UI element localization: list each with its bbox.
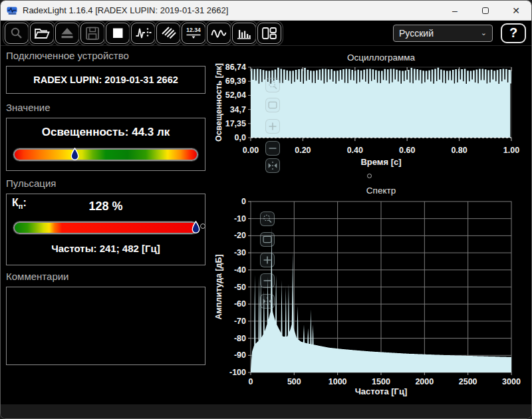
bars-icon [235,25,253,41]
svg-text:17,35: 17,35 [225,119,246,128]
toolbar-numeric-display-button[interactable]: 12.34 [182,23,205,44]
svg-text:0: 0 [249,377,253,386]
toolbar-measurement-button[interactable] [131,23,155,44]
chart-zoom-in-button[interactable] [265,119,280,134]
chevron-down-icon: ⌄ [481,29,487,37]
close-icon: ✕ [512,5,520,16]
spectrum-chart[interactable]: Спектр0500100015002000250030000-10-20-30… [212,182,530,401]
illuminance-marker [70,148,79,162]
language-select[interactable]: Русский ⌄ [393,25,493,42]
device-section-label: Подключенное устройство [6,50,205,63]
svg-text:Частота [Гц]: Частота [Гц] [355,386,408,396]
chart-splitter-handle[interactable] [367,174,372,178]
toolbar: 12.34 Русский ⌄ ? [1,21,531,46]
comments-box [6,287,205,365]
chart-zoom-select-button[interactable] [265,78,280,92]
value-section-label: Значение [6,102,205,115]
panel-splitter-handle[interactable] [200,223,205,229]
layout-icon [261,25,278,41]
toolbar-eject-button[interactable] [55,23,79,44]
svg-text:86,74: 86,74 [225,63,246,72]
device-box: RADEX LUPIN: 2019-01-31 2662 [6,66,205,94]
titlebar[interactable]: RadexLight 1.16.4 [RADEX LUPIN: 2019-01-… [1,1,531,21]
svg-text:69,39: 69,39 [225,76,246,86]
device-value: RADEX LUPIN: 2019-01-31 2662 [33,74,178,85]
svg-text:0,0: 0,0 [235,133,246,142]
chart-box-zoom-button[interactable] [260,232,275,247]
numeric-display-icon: 12.34 [185,25,202,41]
eject-icon [59,25,76,41]
numeric-icon-text: 12.34 [186,27,201,33]
pulsation-section-label: Пульсация [6,178,205,191]
svg-text:Осциллограмма: Осциллограмма [347,53,415,63]
svg-text:0.40: 0.40 [347,146,363,155]
illuminance-scale-bar [13,148,198,161]
window-title: RadexLight 1.16.4 [RADEX LUPIN: 2019-01-… [23,5,440,15]
sweep-rays-icon [160,25,177,41]
chart-zoom-out-button[interactable] [260,273,275,288]
svg-text:-20: -20 [234,231,246,240]
kp-label: Кп: [12,197,27,210]
svg-text:2000: 2000 [415,377,434,386]
svg-text:2500: 2500 [459,377,477,386]
save-icon [84,25,101,41]
svg-text:Время [с]: Время [с] [360,157,401,167]
toolbar-search-device-button[interactable] [5,23,29,44]
minimize-icon: – [452,5,458,16]
comments-input[interactable] [7,287,205,364]
maximize-button[interactable] [470,1,501,20]
maximize-icon [482,7,489,14]
chart-fit-button[interactable] [260,294,275,309]
close-button[interactable]: ✕ [501,1,531,20]
svg-text:0.80: 0.80 [451,146,467,155]
svg-text:-80: -80 [234,334,246,343]
help-icon: ? [509,25,517,41]
svg-text:-10: -10 [234,214,246,223]
svg-text:0.20: 0.20 [295,146,311,155]
app-window: RadexLight 1.16.4 [RADEX LUPIN: 2019-01-… [0,0,532,419]
svg-text:52,04: 52,04 [225,90,246,100]
search-icon [8,25,25,41]
svg-text:34,7: 34,7 [230,105,246,114]
chart-fit-button[interactable] [265,158,280,173]
app-icon [7,5,18,15]
toolbar-sweep-button[interactable] [156,23,180,44]
svg-text:0: 0 [241,197,246,206]
minimize-button[interactable]: – [440,1,470,20]
chart-box-zoom-button[interactable] [265,98,280,112]
chart-zoom-out-button[interactable] [265,141,280,156]
chart-zoom-in-button[interactable] [260,253,275,267]
toolbar-spectrum-view-button[interactable] [232,23,256,44]
frequencies-value: Частоты: 241; 482 [Гц] [7,243,205,254]
svg-text:Амплитуда [дБ]: Амплитуда [дБ] [214,254,223,319]
stop-icon [109,25,126,41]
svg-text:-90: -90 [234,350,246,360]
toolbar-save-button[interactable] [80,23,104,44]
toolbar-stop-record-button[interactable] [106,23,130,44]
pulsation-marker [192,221,200,235]
toolbar-layout-button[interactable] [257,23,281,44]
svg-text:-40: -40 [234,265,246,275]
svg-text:1000: 1000 [329,377,347,386]
svg-text:-50: -50 [234,283,246,292]
toolbar-open-file-button[interactable] [30,23,54,44]
svg-text:-30: -30 [234,248,246,257]
svg-text:-70: -70 [234,317,246,326]
oscillogram-chart[interactable]: Осциллограмма0.000.200.400.600.801.0086,… [212,51,530,182]
value-box: Освещенность: 44.3 лк [6,118,205,171]
svg-text:-100: -100 [229,368,246,377]
svg-text:500: 500 [287,377,301,386]
comments-section-label: Комментарии [6,271,205,284]
pulsation-scale-bar [13,221,198,234]
help-button[interactable]: ? [501,23,526,43]
svg-text:0.00: 0.00 [243,146,259,155]
svg-text:1.00: 1.00 [503,146,519,155]
kp-value: 128 % [7,200,205,213]
svg-text:Спектр: Спектр [366,186,396,196]
left-panel: Подключенное устройство RADEX LUPIN: 201… [6,47,205,365]
chart-zoom-select-button[interactable] [260,211,275,226]
svg-text:3000: 3000 [502,377,521,386]
svg-text:1500: 1500 [372,377,390,386]
toolbar-oscillogram-view-button[interactable] [207,23,231,44]
svg-text:0.60: 0.60 [399,146,415,155]
